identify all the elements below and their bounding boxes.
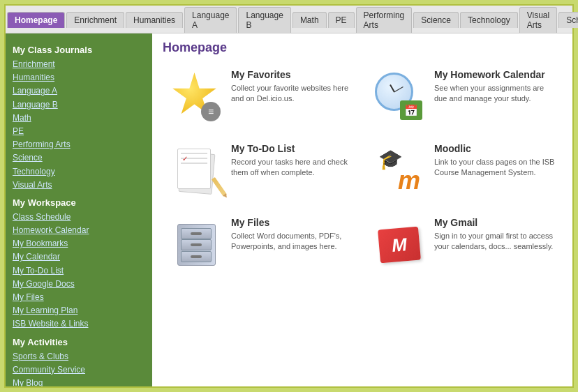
card-desc-gmail: Sign in to your gmail first to access yo… xyxy=(434,231,556,252)
card-icon-favorites xyxy=(168,69,224,125)
app-window: HomepageEnrichmentHumanitiesLanguage ALa… xyxy=(4,4,574,388)
sidebar-link-performing-arts[interactable]: Performing Arts xyxy=(13,138,145,151)
sidebar-section-title: My Activities xyxy=(13,337,145,347)
tab-science[interactable]: Science xyxy=(413,12,459,28)
card-desc-todo: Record your tasks here and check them of… xyxy=(231,157,353,179)
card-icon-gmail: M xyxy=(371,217,427,273)
sidebar-link-language-a[interactable]: Language A xyxy=(13,84,145,98)
card-icon-moodle: 🎓 m xyxy=(371,143,427,199)
sidebar-link-visual-arts[interactable]: Visual Arts xyxy=(13,179,145,192)
card-title-todo: My To-Do List xyxy=(231,143,353,154)
card-text-favorites: My FavoritesCollect your favorite websit… xyxy=(231,69,353,105)
star-icon xyxy=(172,73,221,121)
card-desc-favorites: Collect your favorite websites here and … xyxy=(231,83,353,105)
sidebar-section-title: My Workspace xyxy=(13,197,145,208)
tab-performingArts[interactable]: Performing Arts xyxy=(356,7,413,33)
card-title-moodle: Moodlic xyxy=(434,143,556,154)
sidebar-link-class-schedule[interactable]: Class Schedule xyxy=(13,211,145,224)
sidebar-link-my-google-docs[interactable]: My Google Docs xyxy=(13,278,145,291)
tab-pe[interactable]: PE xyxy=(328,12,355,28)
card-homework-calendar[interactable]: My Homework CalendarSee when your assign… xyxy=(366,63,562,130)
card-favorites[interactable]: My FavoritesCollect your favorite websit… xyxy=(163,63,359,130)
card-desc-moodle: Link to your class pages on the ISB Cour… xyxy=(434,157,556,179)
card-gmail[interactable]: M My GmailSign in to your gmail first to… xyxy=(366,211,562,278)
tab-math[interactable]: Math xyxy=(292,12,327,28)
tab-humanities[interactable]: Humanities xyxy=(126,12,183,28)
sidebar-link-technology[interactable]: Technology xyxy=(13,165,145,179)
card-icon-todo: ✓ xyxy=(168,143,224,199)
card-moodle[interactable]: 🎓 m MoodlicLink to your class pages on t… xyxy=(366,137,562,204)
card-title-homework-calendar: My Homework Calendar xyxy=(434,69,556,80)
tab-schedule[interactable]: Schedule xyxy=(558,12,578,28)
sidebar-link-my-to-do-list[interactable]: My To-Do List xyxy=(13,264,145,278)
tab-bar: HomepageEnrichmentHumanitiesLanguage ALa… xyxy=(6,6,572,33)
sidebar-link-homework-calendar[interactable]: Homework Calendar xyxy=(13,224,145,237)
tab-enrichment[interactable]: Enrichment xyxy=(66,12,124,28)
card-todo[interactable]: ✓ My To-Do ListRecord your tasks here an… xyxy=(163,137,359,204)
card-desc-files: Collect Word documents, PDF's, Powerpoin… xyxy=(231,231,353,252)
sidebar-link-humanities[interactable]: Humanities xyxy=(13,71,145,84)
files-icon xyxy=(172,220,221,269)
card-desc-homework-calendar: See when your assignments are due and ma… xyxy=(434,83,556,105)
card-text-moodle: MoodlicLink to your class pages on the I… xyxy=(434,143,556,179)
sidebar-link-community-service[interactable]: Community Service xyxy=(13,363,145,377)
sidebar-link-pe[interactable]: PE xyxy=(13,125,145,138)
card-title-files: My Files xyxy=(231,217,353,228)
sidebar-link-math[interactable]: Math xyxy=(13,112,145,125)
todo-icon: ✓ xyxy=(172,146,221,195)
card-text-homework-calendar: My Homework CalendarSee when your assign… xyxy=(434,69,556,105)
card-text-files: My FilesCollect Word documents, PDF's, P… xyxy=(231,217,353,252)
page-title: Homepage xyxy=(163,40,562,55)
card-title-favorites: My Favorites xyxy=(231,69,353,80)
clock-icon xyxy=(375,73,424,121)
card-files[interactable]: My FilesCollect Word documents, PDF's, P… xyxy=(163,211,359,278)
main-area: My Class JournalsEnrichmentHumanitiesLan… xyxy=(6,33,572,386)
sidebar-link-my-learning-plan[interactable]: My Learning Plan xyxy=(13,304,145,317)
sidebar-section-title: My Class Journals xyxy=(13,45,145,55)
tab-languageB[interactable]: Language B xyxy=(238,7,290,33)
tab-visualArts[interactable]: Visual Arts xyxy=(519,7,557,33)
sidebar-link-my-calendar[interactable]: My Calendar xyxy=(13,250,145,264)
card-text-todo: My To-Do ListRecord your tasks here and … xyxy=(231,143,353,179)
sidebar-link-enrichment[interactable]: Enrichment xyxy=(13,58,145,71)
tab-homepage[interactable]: Homepage xyxy=(7,12,65,28)
moodle-icon: 🎓 m xyxy=(375,146,424,195)
outer-border: HomepageEnrichmentHumanitiesLanguage ALa… xyxy=(0,0,578,392)
card-icon-homework-calendar xyxy=(371,69,427,125)
card-title-gmail: My Gmail xyxy=(434,217,556,228)
tab-languageA[interactable]: Language A xyxy=(184,7,237,33)
gmail-icon: M xyxy=(375,220,424,269)
card-text-gmail: My GmailSign in to your gmail first to a… xyxy=(434,217,556,252)
content-area: Homepage My FavoritesCollect your favori… xyxy=(152,33,572,386)
sidebar-link-my-bookmarks[interactable]: My Bookmarks xyxy=(13,237,145,250)
tab-technology[interactable]: Technology xyxy=(460,12,518,28)
sidebar-link-my-files[interactable]: My Files xyxy=(13,291,145,304)
sidebar-link-language-b[interactable]: Language B xyxy=(13,98,145,112)
sidebar-link-science[interactable]: Science xyxy=(13,151,145,165)
sidebar: My Class JournalsEnrichmentHumanitiesLan… xyxy=(6,33,152,386)
sidebar-link-my-blog[interactable]: My Blog xyxy=(13,377,145,386)
sidebar-link-isb-website-&-links[interactable]: ISB Website & Links xyxy=(13,317,145,331)
sidebar-link-sports-&-clubs[interactable]: Sports & Clubs xyxy=(13,350,145,363)
cards-grid: My FavoritesCollect your favorite websit… xyxy=(163,63,562,278)
card-icon-files xyxy=(168,217,224,273)
